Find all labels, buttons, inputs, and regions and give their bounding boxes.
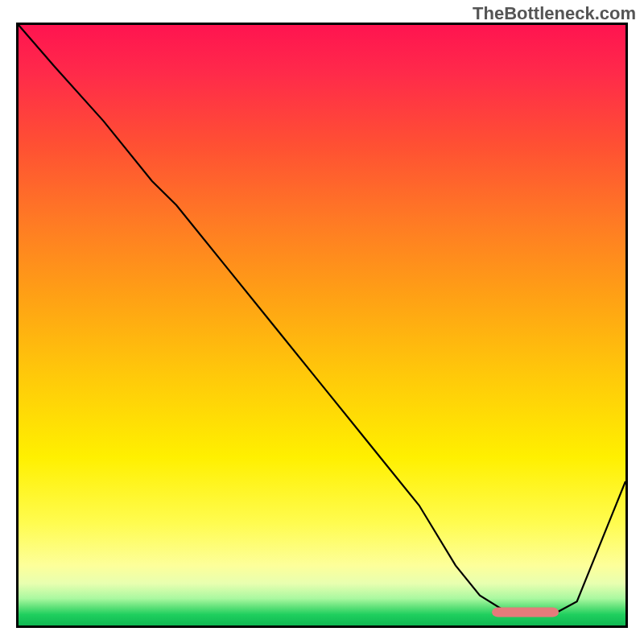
plot-area <box>16 23 628 628</box>
optimal-range-marker <box>492 608 559 617</box>
chart-svg <box>19 25 625 625</box>
watermark-text: TheBottleneck.com <box>473 3 636 24</box>
chart-container: TheBottleneck.com <box>0 0 644 644</box>
bottleneck-curve <box>19 25 625 615</box>
